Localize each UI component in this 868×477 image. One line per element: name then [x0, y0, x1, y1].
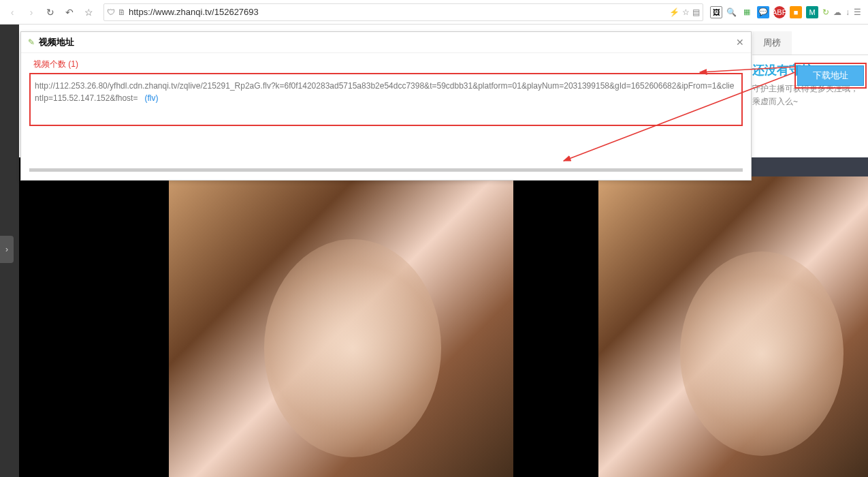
web-video-player[interactable] — [19, 157, 513, 477]
video-url-popup: ✎ 视频地址 ✕ 视频个数 (1) http://112.253.26.80/y… — [20, 31, 752, 181]
address-bar[interactable]: 🛡 🗎 https://www.zhanqi.tv/152627693 ⚡ ☆ … — [103, 3, 703, 21]
undo-button[interactable]: ↶ — [61, 4, 78, 20]
rss-icon[interactable]: ▤ — [692, 7, 700, 17]
mail-ext-icon[interactable]: M — [806, 6, 818, 18]
main-area: ✎ 视频地址 ✕ 视频个数 (1) http://112.253.26.80/y… — [19, 25, 868, 477]
video-count-label: 视频个数 (1) — [33, 59, 743, 70]
browser-toolbar: ‹ › ↻ ↶ ☆ 🛡 🗎 https://www.zhanqi.tv/1526… — [0, 0, 868, 25]
favorite-icon[interactable]: ☆ — [682, 7, 690, 17]
url-text: https://www.zhanqi.tv/152627693 — [129, 7, 666, 17]
shield-icon: 🛡 — [107, 7, 115, 17]
potplayer-window: Potplayer ▾ VOD 215291_Rp2aG.flv — [513, 157, 868, 477]
web-video-frame — [169, 157, 513, 477]
popup-title: 视频地址 — [39, 36, 736, 48]
adblock-ext-icon[interactable]: ABP — [773, 6, 786, 18]
potplayer-video-frame — [598, 176, 868, 477]
video-url-box[interactable]: http://112.253.26.80/yfhdl.cdn.zhanqi.tv… — [29, 73, 743, 126]
popup-header: ✎ 视频地址 ✕ — [21, 32, 751, 53]
video-ext-label[interactable]: (flv) — [144, 93, 158, 103]
note-ext-icon[interactable]: ■ — [790, 6, 802, 18]
search-ext-icon[interactable]: 🔍 — [726, 7, 737, 17]
grid-ext-icon[interactable]: ▦ — [741, 6, 753, 18]
pencil-icon: ✎ — [28, 37, 35, 47]
close-icon[interactable]: ✕ — [736, 37, 744, 48]
forward-button[interactable]: › — [23, 4, 39, 20]
tab-weekly[interactable]: 周榜 — [752, 31, 792, 55]
download-ext-icon[interactable]: ↓ — [846, 7, 850, 17]
back-button[interactable]: ‹ — [4, 4, 20, 20]
bookmark-star-button[interactable]: ☆ — [80, 4, 97, 20]
left-sidebar: › — [0, 25, 19, 477]
sync-ext-icon[interactable]: ↻ — [822, 7, 829, 17]
guardian-sub2: 乘虚而入么~ — [752, 95, 868, 108]
potplayer-video-area[interactable] — [513, 176, 868, 477]
sidebar-expand-button[interactable]: › — [0, 236, 14, 263]
popup-scrollbar[interactable] — [29, 168, 743, 172]
extensions-tray: 🖼 🔍 ▦ 💬 ABP ■ M ↻ ☁ ↓ ☰ — [710, 6, 864, 18]
rank-tab-bar: 周榜 — [752, 31, 868, 55]
menu-ext-icon[interactable]: ☰ — [854, 7, 861, 17]
page-icon: 🗎 — [118, 7, 126, 17]
popup-body: 视频个数 (1) http://112.253.26.80/yfhdl.cdn.… — [21, 53, 751, 180]
download-url-button[interactable]: 下载地址 — [797, 65, 864, 86]
picture-ext-icon[interactable]: 🖼 — [710, 6, 722, 18]
chat-ext-icon[interactable]: 💬 — [757, 6, 769, 18]
reload-button[interactable]: ↻ — [42, 4, 59, 20]
flash-icon[interactable]: ⚡ — [669, 7, 679, 17]
cloud-ext-icon[interactable]: ☁ — [833, 7, 841, 17]
download-button-highlight: 下载地址 — [794, 63, 867, 89]
right-panel: 周榜 还没有守护 守护主播可获得更多关注哦， 乘虚而入么~ 下载地址 — [752, 31, 868, 108]
content-area: › ✎ 视频地址 ✕ 视频个数 (1) http://112.253.26.80… — [0, 25, 868, 477]
video-url-text: http://112.253.26.80/yfhdl.cdn.zhanqi.tv… — [35, 81, 734, 103]
